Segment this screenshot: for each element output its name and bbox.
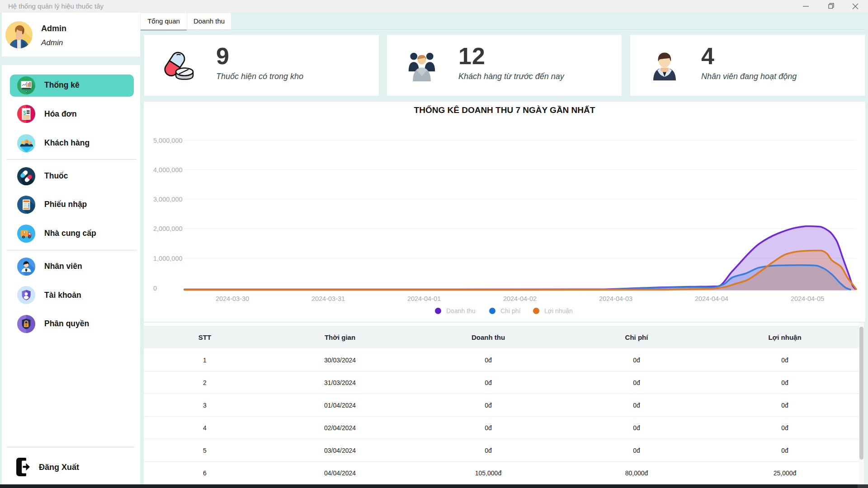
svg-text:$: $	[23, 110, 26, 116]
